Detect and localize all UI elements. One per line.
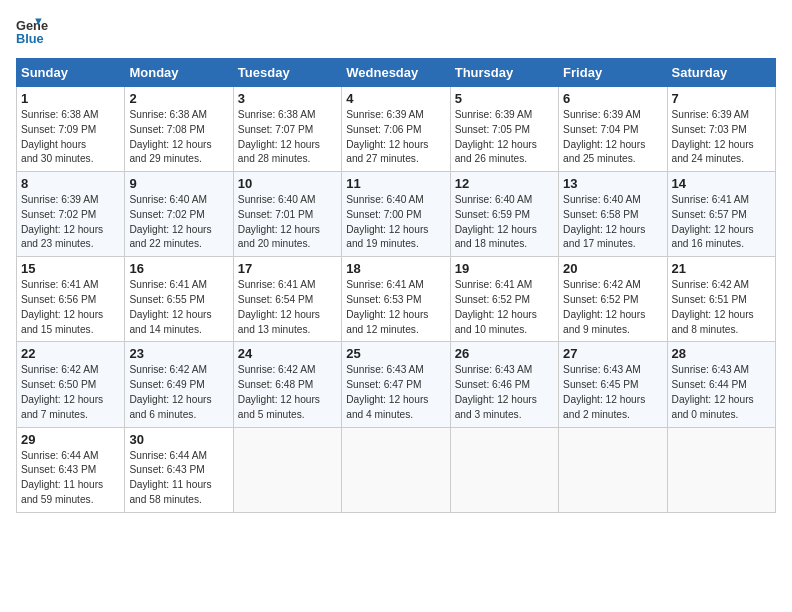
calendar-week-2: 15Sunrise: 6:41 AMSunset: 6:56 PMDayligh… xyxy=(17,257,776,342)
calendar-body: 1Sunrise: 6:38 AMSunset: 7:09 PMDaylight… xyxy=(17,87,776,513)
day-info: Sunrise: 6:38 AMSunset: 7:09 PMDaylight … xyxy=(21,108,120,167)
calendar-day-23: 23Sunrise: 6:42 AMSunset: 6:49 PMDayligh… xyxy=(125,342,233,427)
calendar-day-5: 5Sunrise: 6:39 AMSunset: 7:05 PMDaylight… xyxy=(450,87,558,172)
col-header-thursday: Thursday xyxy=(450,59,558,87)
calendar-day-12: 12Sunrise: 6:40 AMSunset: 6:59 PMDayligh… xyxy=(450,172,558,257)
calendar-day-29: 29Sunrise: 6:44 AMSunset: 6:43 PMDayligh… xyxy=(17,427,125,512)
calendar-day-26: 26Sunrise: 6:43 AMSunset: 6:46 PMDayligh… xyxy=(450,342,558,427)
calendar-day-8: 8Sunrise: 6:39 AMSunset: 7:02 PMDaylight… xyxy=(17,172,125,257)
empty-cell xyxy=(342,427,450,512)
empty-cell xyxy=(233,427,341,512)
calendar-day-17: 17Sunrise: 6:41 AMSunset: 6:54 PMDayligh… xyxy=(233,257,341,342)
calendar-day-16: 16Sunrise: 6:41 AMSunset: 6:55 PMDayligh… xyxy=(125,257,233,342)
col-header-friday: Friday xyxy=(559,59,667,87)
calendar-week-0: 1Sunrise: 6:38 AMSunset: 7:09 PMDaylight… xyxy=(17,87,776,172)
calendar-day-15: 15Sunrise: 6:41 AMSunset: 6:56 PMDayligh… xyxy=(17,257,125,342)
calendar-day-3: 3Sunrise: 6:38 AMSunset: 7:07 PMDaylight… xyxy=(233,87,341,172)
col-header-tuesday: Tuesday xyxy=(233,59,341,87)
calendar-week-1: 8Sunrise: 6:39 AMSunset: 7:02 PMDaylight… xyxy=(17,172,776,257)
calendar-table: SundayMondayTuesdayWednesdayThursdayFrid… xyxy=(16,58,776,513)
calendar-day-2: 2Sunrise: 6:38 AMSunset: 7:08 PMDaylight… xyxy=(125,87,233,172)
empty-cell xyxy=(559,427,667,512)
calendar-day-28: 28Sunrise: 6:43 AMSunset: 6:44 PMDayligh… xyxy=(667,342,775,427)
calendar-day-11: 11Sunrise: 6:40 AMSunset: 7:00 PMDayligh… xyxy=(342,172,450,257)
calendar-day-7: 7Sunrise: 6:39 AMSunset: 7:03 PMDaylight… xyxy=(667,87,775,172)
svg-text:Blue: Blue xyxy=(16,31,44,46)
logo-icon: General Blue xyxy=(16,16,48,48)
calendar-day-24: 24Sunrise: 6:42 AMSunset: 6:48 PMDayligh… xyxy=(233,342,341,427)
col-header-sunday: Sunday xyxy=(17,59,125,87)
calendar-day-10: 10Sunrise: 6:40 AMSunset: 7:01 PMDayligh… xyxy=(233,172,341,257)
calendar-day-19: 19Sunrise: 6:41 AMSunset: 6:52 PMDayligh… xyxy=(450,257,558,342)
calendar-day-1: 1Sunrise: 6:38 AMSunset: 7:09 PMDaylight… xyxy=(17,87,125,172)
calendar-day-13: 13Sunrise: 6:40 AMSunset: 6:58 PMDayligh… xyxy=(559,172,667,257)
calendar-week-3: 22Sunrise: 6:42 AMSunset: 6:50 PMDayligh… xyxy=(17,342,776,427)
calendar-day-14: 14Sunrise: 6:41 AMSunset: 6:57 PMDayligh… xyxy=(667,172,775,257)
calendar-day-22: 22Sunrise: 6:42 AMSunset: 6:50 PMDayligh… xyxy=(17,342,125,427)
col-header-monday: Monday xyxy=(125,59,233,87)
calendar-day-21: 21Sunrise: 6:42 AMSunset: 6:51 PMDayligh… xyxy=(667,257,775,342)
col-header-saturday: Saturday xyxy=(667,59,775,87)
calendar-day-6: 6Sunrise: 6:39 AMSunset: 7:04 PMDaylight… xyxy=(559,87,667,172)
calendar-day-25: 25Sunrise: 6:43 AMSunset: 6:47 PMDayligh… xyxy=(342,342,450,427)
calendar-day-9: 9Sunrise: 6:40 AMSunset: 7:02 PMDaylight… xyxy=(125,172,233,257)
calendar-day-30: 30Sunrise: 6:44 AMSunset: 6:43 PMDayligh… xyxy=(125,427,233,512)
calendar-day-4: 4Sunrise: 6:39 AMSunset: 7:06 PMDaylight… xyxy=(342,87,450,172)
empty-cell xyxy=(667,427,775,512)
col-header-wednesday: Wednesday xyxy=(342,59,450,87)
calendar-header-row: SundayMondayTuesdayWednesdayThursdayFrid… xyxy=(17,59,776,87)
calendar-day-27: 27Sunrise: 6:43 AMSunset: 6:45 PMDayligh… xyxy=(559,342,667,427)
calendar-day-18: 18Sunrise: 6:41 AMSunset: 6:53 PMDayligh… xyxy=(342,257,450,342)
day-number: 1 xyxy=(21,91,120,106)
logo: General Blue xyxy=(16,16,48,48)
empty-cell xyxy=(450,427,558,512)
calendar-week-4: 29Sunrise: 6:44 AMSunset: 6:43 PMDayligh… xyxy=(17,427,776,512)
page-header: General Blue xyxy=(16,16,776,48)
calendar-day-20: 20Sunrise: 6:42 AMSunset: 6:52 PMDayligh… xyxy=(559,257,667,342)
